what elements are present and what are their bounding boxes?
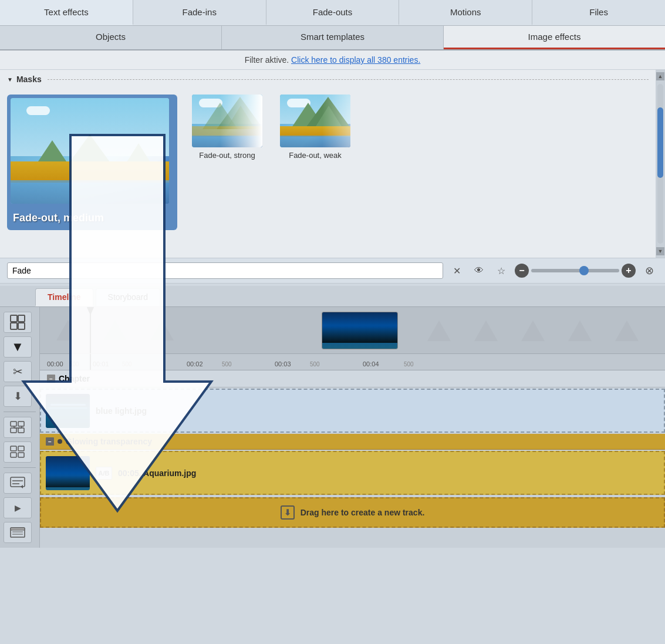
marker-button[interactable]: ▼ [4, 336, 32, 358]
subtick-4: 500 [310, 361, 320, 367]
svg-rect-5 [18, 422, 24, 426]
drag-zone-label: Drag here to create a new track. [301, 508, 425, 517]
group-button[interactable] [4, 417, 32, 438]
svg-marker-18 [21, 485, 23, 488]
playhead-button[interactable] [4, 312, 32, 333]
tab-motions[interactable]: Motions [399, 0, 532, 25]
track-thumb-inner-blue [46, 394, 90, 428]
effects-panel-area: Masks Fade-out, medium [0, 70, 665, 258]
glowing-track-label: Glowing transparency [66, 437, 152, 446]
playhead[interactable] [90, 307, 91, 353]
landscape-mountain-3 [124, 143, 153, 167]
mountain-mark-5 [463, 316, 509, 345]
time-mark-4: 00:04 [363, 360, 379, 367]
track-label-aquarium: 00:05, Aquarium.jpg [118, 468, 659, 478]
effect-item-fade-weak[interactable]: Fade-out, weak [277, 95, 353, 230]
timeline-area: Timeline Storyboard ▼ ✂ ⬇ [0, 286, 665, 548]
time-ruler: 00:00 00:01 00:02 00:03 00:04 500 500 50… [40, 354, 665, 370]
svg-rect-0 [11, 315, 17, 322]
svg-rect-7 [18, 428, 24, 433]
preview-eye-button[interactable]: 👁 [470, 262, 488, 279]
svg-rect-20 [11, 528, 25, 530]
effect-item-fade-medium[interactable]: Fade-out, medium [7, 95, 177, 230]
drag-drop-zone[interactable]: ⬇ Drag here to create a new track. [40, 497, 665, 528]
effect-item-fade-strong[interactable]: Fade-out, strong [189, 95, 265, 230]
scroll-track[interactable] [657, 84, 663, 244]
landscape-field [11, 161, 169, 183]
track-row-blue-light[interactable]: blue light.jpg [40, 389, 665, 433]
chapter-button[interactable] [4, 522, 32, 543]
scroll-up-arrow[interactable]: ▲ [656, 72, 664, 80]
search-input[interactable] [7, 262, 443, 279]
effect-thumb-strong [192, 95, 262, 147]
effects-grid: Fade-out, medium Fade-out, strong [7, 90, 649, 235]
glowing-collapse-button[interactable]: − [46, 437, 54, 446]
landscape-mountain-w2 [305, 97, 350, 129]
subtitle-button[interactable] [4, 473, 32, 494]
landscape-water [11, 180, 169, 204]
chapter-header: − Chapter [40, 370, 665, 387]
ruler-playhead [90, 354, 91, 370]
favorite-star-button[interactable]: ☆ [492, 262, 510, 279]
zoom-in-button[interactable]: + [622, 264, 636, 278]
landscape-water-w [280, 136, 350, 147]
scroll-down-arrow[interactable]: ▼ [656, 247, 664, 255]
track-row-aquarium[interactable]: A/B 00:05, Aquarium.jpg [40, 451, 665, 495]
tab-timeline[interactable]: Timeline [35, 288, 93, 306]
play-button[interactable]: ▶ [4, 497, 32, 518]
track-label-blue-light: blue light.jpg [96, 406, 659, 416]
tab-image-effects[interactable]: Image effects [444, 26, 665, 49]
filter-text: Filter aktive. [245, 55, 289, 65]
timeline-tabs: Timeline Storyboard [0, 286, 665, 307]
mountain-mark-7 [556, 316, 603, 345]
scissors-button[interactable]: ✂ [4, 361, 32, 382]
subtick-1: 500 [69, 361, 79, 367]
effect-label-weak: Fade-out, weak [289, 151, 342, 160]
tab-text-effects[interactable]: Text effects [0, 0, 133, 25]
mountain-mark-4 [416, 316, 463, 345]
magnifier-button[interactable]: ⊗ [640, 262, 658, 279]
landscape-thumb-weak [280, 95, 350, 147]
filter-input-row: ✕ 👁 ☆ − + ⊗ [0, 258, 665, 284]
landscape-thumb [11, 98, 169, 204]
effects-scrollbar[interactable]: ▲ ▼ [656, 70, 665, 258]
timeline-main: 00:00 00:01 00:02 00:03 00:04 500 500 50… [40, 307, 665, 548]
track-icon-ab: A/B [96, 467, 112, 480]
tracks-area: − Chapter blue light.jpg − [40, 370, 665, 528]
clear-button[interactable]: ✕ [448, 262, 465, 279]
ungroup-button[interactable] [4, 441, 32, 463]
tab-storyboard[interactable]: Storyboard [96, 288, 160, 306]
scroll-thumb[interactable] [657, 107, 663, 178]
insert-button[interactable]: ⬇ [4, 386, 32, 407]
zoom-out-button[interactable]: − [515, 264, 529, 278]
tabs-row1: Text effects Fade-ins Fade-outs Motions … [0, 0, 665, 26]
tab-objects[interactable]: Objects [0, 26, 222, 49]
svg-rect-6 [11, 428, 16, 433]
chapter-collapse-button[interactable]: − [47, 375, 55, 383]
effect-thumb-medium [11, 98, 169, 204]
tab-fade-outs[interactable]: Fade-outs [266, 0, 400, 25]
svg-rect-11 [11, 446, 16, 451]
effects-panel: Masks Fade-out, medium [0, 70, 656, 258]
tab-fade-ins[interactable]: Fade-ins [133, 0, 266, 25]
time-mark-3: 00:03 [275, 360, 291, 367]
filter-bar: Filter aktive. Click here to display all… [0, 50, 665, 70]
mountain-mark-8 [603, 316, 650, 345]
time-mark-0: 00:00 [47, 360, 63, 367]
timeline-body: ▼ ✂ ⬇ [0, 307, 665, 548]
toolbar-separator-2 [4, 467, 36, 468]
effect-thumb-weak [280, 95, 350, 147]
zoom-slider[interactable] [531, 269, 619, 272]
timeline-left-toolbar: ▼ ✂ ⬇ [0, 307, 40, 548]
landscape-thumb-strong [192, 95, 262, 147]
dot-indicator [58, 439, 62, 444]
landscape-mountain-s1 [202, 103, 238, 129]
zoom-slider-thumb[interactable] [579, 266, 589, 275]
svg-rect-12 [18, 446, 24, 451]
svg-rect-3 [18, 323, 25, 329]
filter-link[interactable]: Click here to display all 380 entries. [291, 55, 420, 65]
svg-rect-4 [11, 422, 16, 426]
tab-smart-templates[interactable]: Smart templates [222, 26, 444, 49]
svg-rect-2 [11, 323, 17, 329]
tab-files[interactable]: Files [532, 0, 665, 25]
